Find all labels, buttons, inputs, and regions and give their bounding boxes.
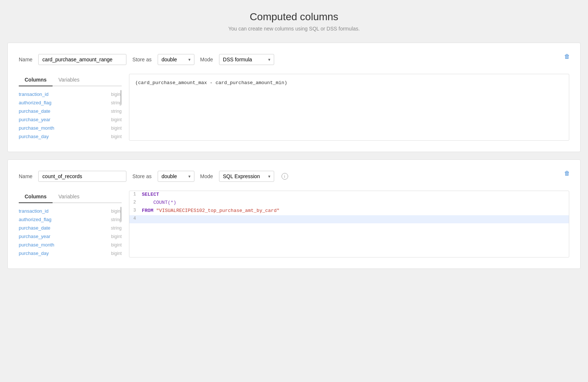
card1-tab-variables[interactable]: Variables xyxy=(53,74,85,86)
line-content-3: FROM "VISUALRECIPES102_top_purchase_amt_… xyxy=(140,207,569,214)
col-name[interactable]: transaction_id xyxy=(19,208,49,214)
card2-store-select-wrapper: double string bigint float ▼ xyxy=(158,171,194,182)
card2-code-editor[interactable]: 1 SELECT 2 COUNT(*) 3 FROM "VISUALRECIPE… xyxy=(129,191,569,257)
col-name[interactable]: purchase_day xyxy=(19,251,49,256)
list-item: authorized_flag string xyxy=(19,98,122,107)
code-line-1: 1 SELECT xyxy=(129,191,569,199)
page-subtitle: You can create new columns using SQL or … xyxy=(7,26,581,32)
col-type: bigint xyxy=(111,234,122,239)
card2-columns-panel: Columns Variables transaction_id bigint … xyxy=(19,191,122,257)
col-name[interactable]: transaction_id xyxy=(19,91,49,97)
list-item: purchase_date string xyxy=(19,107,122,115)
code-line-4: 4 xyxy=(129,215,569,223)
list-item: purchase_day bigint xyxy=(19,249,122,257)
list-item: purchase_month bigint xyxy=(19,241,122,249)
card2-mode-label: Mode xyxy=(200,173,213,179)
card1-tabs: Columns Variables xyxy=(19,74,122,86)
col-type: string xyxy=(111,226,122,231)
card1-scroll-indicator xyxy=(120,90,122,105)
card1-store-select[interactable]: double string bigint float xyxy=(158,54,194,65)
col-name[interactable]: purchase_year xyxy=(19,117,50,122)
list-item: transaction_id bigint xyxy=(19,207,122,215)
computed-column-card-2: 🗑 Name Store as double string bigint flo… xyxy=(7,159,581,269)
page-title: Computed columns xyxy=(7,11,581,23)
card1-body: Columns Variables transaction_id bigint … xyxy=(19,74,569,141)
code-line-2: 2 COUNT(*) xyxy=(129,199,569,207)
list-item: transaction_id bigint xyxy=(19,90,122,98)
info-icon[interactable]: i xyxy=(282,173,288,180)
list-item: purchase_month bigint xyxy=(19,124,122,132)
card2-name-input[interactable] xyxy=(38,171,126,182)
card2-mode-select-wrapper: DSS formula SQL Expression ▼ xyxy=(219,171,274,182)
card1-name-label: Name xyxy=(19,57,32,62)
computed-column-card-1: 🗑 Name Store as double string bigint flo… xyxy=(7,43,581,152)
delete-button-1[interactable]: 🗑 xyxy=(564,53,570,60)
col-name[interactable]: purchase_month xyxy=(19,242,54,248)
card1-mode-select[interactable]: DSS formula SQL Expression xyxy=(219,54,274,65)
col-name[interactable]: purchase_date xyxy=(19,225,50,231)
list-item: authorized_flag string xyxy=(19,215,122,224)
card2-body: Columns Variables transaction_id bigint … xyxy=(19,191,569,257)
col-name[interactable]: purchase_day xyxy=(19,134,49,139)
line-content-2: COUNT(*) xyxy=(140,199,569,206)
card2-name-label: Name xyxy=(19,173,32,179)
col-name[interactable]: purchase_month xyxy=(19,125,54,131)
card1-name-input[interactable] xyxy=(38,54,126,65)
card2-store-select[interactable]: double string bigint float xyxy=(158,171,194,182)
card1-store-label: Store as xyxy=(132,57,151,62)
col-type: bigint xyxy=(111,126,122,131)
card1-mode-select-wrapper: DSS formula SQL Expression ▼ xyxy=(219,54,274,65)
delete-button-2[interactable]: 🗑 xyxy=(564,170,570,177)
col-name[interactable]: authorized_flag xyxy=(19,100,51,105)
line-content-4 xyxy=(140,215,569,217)
col-name[interactable]: purchase_date xyxy=(19,108,50,114)
col-type: bigint xyxy=(111,117,122,122)
list-item: purchase_date string xyxy=(19,224,122,232)
line-number-2: 2 xyxy=(129,199,140,205)
col-type: string xyxy=(111,109,122,114)
col-type: bigint xyxy=(111,251,122,256)
card1-columns-panel: Columns Variables transaction_id bigint … xyxy=(19,74,122,141)
card2-header-row: Name Store as double string bigint float… xyxy=(19,171,569,182)
card2-mode-select[interactable]: DSS formula SQL Expression xyxy=(219,171,274,182)
card2-store-label: Store as xyxy=(132,173,151,179)
list-item: purchase_year bigint xyxy=(19,115,122,124)
card1-header-row: Name Store as double string bigint float… xyxy=(19,54,569,65)
col-name[interactable]: authorized_flag xyxy=(19,217,51,222)
list-item: purchase_year bigint xyxy=(19,232,122,241)
card1-store-select-wrapper: double string bigint float ▼ xyxy=(158,54,194,65)
col-name[interactable]: purchase_year xyxy=(19,234,50,239)
line-number-4: 4 xyxy=(129,215,140,221)
col-type: bigint xyxy=(111,242,122,248)
line-number-3: 3 xyxy=(129,207,140,213)
card2-columns-list: transaction_id bigint authorized_flag st… xyxy=(19,207,122,257)
list-item: purchase_day bigint xyxy=(19,132,122,141)
card2-tab-variables[interactable]: Variables xyxy=(53,191,85,203)
page-header: Computed columns You can create new colu… xyxy=(7,11,581,32)
line-number-1: 1 xyxy=(129,191,140,197)
card1-columns-list: transaction_id bigint authorized_flag st… xyxy=(19,90,122,141)
card2-tabs: Columns Variables xyxy=(19,191,122,203)
code-line-3: 3 FROM "VISUALRECIPES102_top_purchase_am… xyxy=(129,207,569,215)
card1-mode-label: Mode xyxy=(200,57,213,62)
col-type: bigint xyxy=(111,134,122,139)
card1-tab-columns[interactable]: Columns xyxy=(19,74,53,86)
card1-formula-editor[interactable]: (card_purchase_amount_max - card_purchas… xyxy=(129,74,569,141)
card2-scroll-indicator xyxy=(120,207,122,221)
card2-tab-columns[interactable]: Columns xyxy=(19,191,53,203)
line-content-1: SELECT xyxy=(140,191,569,198)
